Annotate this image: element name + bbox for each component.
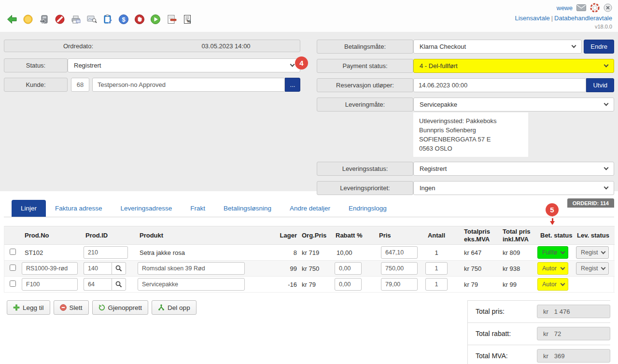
chevron-down-icon [572,43,576,48]
total-pris-value: kr1 476 [537,305,610,318]
tab-andre-detaljer[interactable]: Andre detaljer [281,200,339,217]
leveringsstatus-select[interactable]: Registrert [413,162,614,176]
total-rabatt-label: Total rabatt: [476,330,511,337]
slett-label: Slett [70,304,83,311]
col-prodno: Prod.No [21,226,84,245]
total-mva-row: Total MVA: kr369 [468,345,610,364]
back-icon[interactable] [7,14,17,25]
lev-status-select[interactable]: Regist [576,246,609,259]
cell-lager: -16 [272,277,299,293]
total-rabatt-row: Total rabatt: kr72 [468,323,610,345]
totals-panel: Total pris: kr1 476 Total rabatt: kr72 T… [467,300,610,364]
close-icon[interactable] [604,3,612,12]
tab-leveringsadresse[interactable]: Leveringsadresse [112,200,182,217]
col-prodid: Prod.ID [84,226,136,245]
legg-til-button[interactable]: Legg til [7,300,50,315]
start-icon[interactable] [150,14,161,25]
gjenopprett-button[interactable]: Gjenopprett [92,300,149,315]
coin-icon[interactable] [23,14,33,25]
search-icon[interactable] [112,278,126,291]
save-icon[interactable] [39,14,49,25]
bet-status-select[interactable]: Fullfø [537,246,568,259]
pris-field[interactable] [381,246,418,259]
antall-field[interactable] [425,278,448,291]
rabatt-field[interactable] [335,262,362,275]
payment-icon[interactable]: $ [118,14,129,25]
stop-icon[interactable] [134,14,145,25]
tab-betalingslosning[interactable]: Betalingsløsning [214,200,281,217]
pris-field[interactable] [381,262,418,275]
utleveringssted-line: SOFIENBERGGATA 57 E [419,135,522,144]
lisensavtale-link[interactable]: Lisensavtale [515,14,549,22]
bet-status-value: Fullfø [542,249,557,256]
pris-field[interactable] [381,278,418,291]
databehandleravtale-link[interactable]: Databehandleravtale [554,14,612,22]
row-checkbox[interactable] [10,249,16,255]
search-icon[interactable] [112,262,126,275]
produkt-field[interactable] [138,262,245,275]
kunde-name-field[interactable] [92,78,285,92]
status-select[interactable]: Registrert [68,58,300,72]
leveringsprioritet-select[interactable]: Ingen [413,181,614,195]
help-icon[interactable] [590,3,600,13]
tab-faktura-adresse[interactable]: Faktura adresse [46,200,112,217]
mail-icon[interactable] [576,4,586,11]
cell-prodno: ST102 [21,245,84,261]
row-checkbox[interactable] [10,280,16,287]
reservasjon-field[interactable] [413,78,586,92]
notes-icon[interactable] [102,14,113,25]
payment-status-select[interactable]: 4 - Del-fullført [413,59,614,73]
cell-total-inkl: kr 938 [493,261,537,277]
prodno-field[interactable] [22,262,78,275]
cell-total-eks: kr 750 [451,261,493,277]
order-form-left: Ordredato: 03.05.2023 14:00 Status: Regi… [4,40,300,208]
split-icon [158,304,165,311]
table-header-row: Prod.No Prod.ID Produkt Lager Org.Pris R… [4,226,615,245]
rabatt-field[interactable] [335,278,362,291]
prodno-field[interactable] [22,278,78,291]
kunde-id-field[interactable] [71,78,89,92]
col-bet-status: Bet. status [537,226,576,245]
callout-arrow-down [552,218,553,224]
gjenopprett-label: Gjenopprett [108,304,142,311]
order-page: $ % wewe Lisensavtale|Databehandleravtal… [0,0,618,364]
tab-endringslogg[interactable]: Endringslogg [339,200,396,217]
total-mva-label: Total MVA: [476,352,508,360]
endre-button[interactable]: Endre [584,40,614,54]
print-icon[interactable] [70,14,81,25]
betalingsmate-label: Betalingsmåte: [317,40,413,54]
lev-status-select[interactable]: Regist [576,262,609,275]
produkt-field[interactable] [138,278,245,291]
antall-field[interactable] [425,262,448,275]
discount-doc-icon[interactable]: % [182,14,193,25]
col-orgpris: Org.Pris [299,226,335,245]
chevron-down-icon [604,166,609,170]
block-icon[interactable] [55,14,65,25]
col-rabatt: Rabatt % [335,226,375,245]
leveringmate-value: Servicepakke [420,101,457,108]
slett-button[interactable]: Slett [54,300,89,315]
tab-linjer[interactable]: Linjer [12,200,46,217]
preview-icon[interactable] [86,14,97,25]
callout-marker-4: 4 [295,56,308,70]
prodid-field[interactable] [84,246,128,259]
bet-status-value: Autor [542,281,557,288]
header: $ % wewe Lisensavtale|Databehandleravtal… [0,0,618,32]
status-value: Registrert [74,62,101,69]
bet-status-select[interactable]: Autor [537,262,568,275]
leveringsprioritet-label: Leveringsprioritet: [317,181,413,195]
prodid-field[interactable] [84,278,112,291]
user-link[interactable]: wewe [557,4,573,12]
row-checkbox[interactable] [10,265,16,271]
tab-frakt[interactable]: Frakt [181,200,214,217]
betalingsmate-select[interactable]: Klarna Checkout [413,40,582,54]
leveringmate-select[interactable]: Servicepakke [413,98,614,112]
kunde-browse-button[interactable]: ... [285,78,300,92]
credit-note-icon[interactable] [166,14,177,25]
utvid-button[interactable]: Utvid [586,78,614,92]
del-opp-button[interactable]: Del opp [152,300,197,315]
orderid-badge: ORDERID: 114 [567,198,614,208]
bet-status-select[interactable]: Autor [537,278,568,291]
cell-orgpris: kr 79 [299,277,335,293]
prodid-field[interactable] [84,262,112,275]
